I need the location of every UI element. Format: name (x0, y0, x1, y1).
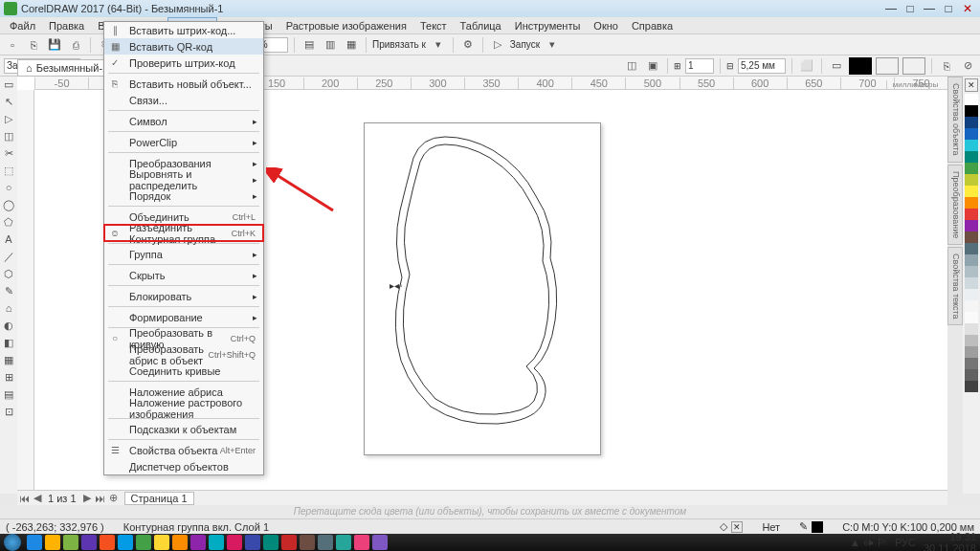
menu-инструменты[interactable]: Инструменты (509, 18, 587, 33)
docker-tab[interactable]: Преобразование (947, 165, 963, 245)
close-button[interactable]: ✕ (959, 2, 976, 15)
color-swatch[interactable] (965, 254, 978, 266)
first-page-icon[interactable]: ⏮ (17, 493, 31, 504)
color-swatch[interactable] (965, 300, 978, 312)
save-icon[interactable]: 💾 (46, 36, 63, 54)
doc-tab[interactable]: ⌂ Безымянный-1 (17, 59, 117, 77)
tool-button[interactable]: ／ (1, 249, 16, 264)
menu-item[interactable]: Выровнять и распределить (104, 171, 263, 187)
tool-button[interactable]: ⊞ (1, 369, 16, 385)
taskbar-app-icon[interactable] (154, 535, 169, 550)
color-swatch[interactable] (965, 151, 978, 163)
menu-item[interactable]: Подсказки к объектам (104, 421, 263, 437)
tool-button[interactable]: ⊡ (1, 404, 16, 419)
tool-button[interactable]: ▤ (1, 386, 16, 402)
docker-tab[interactable]: Свойства объекта (947, 77, 963, 163)
menu-item[interactable]: ⎊Разъединить Контурная группаCtrl+K (104, 225, 263, 241)
taskbar-app-icon[interactable] (190, 535, 206, 550)
snap-dropdown-icon[interactable]: ▾ (430, 36, 447, 54)
contour-outside-icon[interactable]: ▣ (644, 57, 661, 75)
align-center-icon[interactable]: ▥ (322, 36, 339, 54)
menu-файл[interactable]: Файл (4, 18, 41, 33)
offset-input[interactable] (738, 58, 786, 74)
new-icon[interactable]: ▫ (4, 36, 21, 54)
menu-окно[interactable]: Окно (588, 18, 624, 33)
fill-color-2-btn[interactable] (902, 57, 925, 75)
tool-button[interactable]: ▦ (1, 352, 16, 367)
color-swatch[interactable] (965, 117, 978, 128)
menu-item[interactable]: Группа (104, 246, 263, 262)
color-swatch[interactable] (965, 369, 978, 381)
color-swatch[interactable] (965, 335, 978, 346)
color-swatch[interactable] (965, 289, 978, 300)
menu-таблица[interactable]: Таблица (455, 18, 507, 33)
taskbar-app-icon[interactable] (136, 535, 151, 550)
tool-button[interactable]: ✂ (1, 145, 16, 161)
menu-item[interactable]: Блокировать (104, 288, 263, 304)
color-swatch[interactable] (965, 197, 978, 209)
launch-icon[interactable]: ▷ (489, 36, 506, 54)
taskbar-app-icon[interactable] (336, 535, 351, 550)
color-swatch[interactable] (965, 209, 978, 220)
clear-contour-icon[interactable]: ⊘ (959, 57, 976, 75)
taskbar-app-icon[interactable] (281, 535, 297, 550)
taskbar-app-icon[interactable] (27, 535, 42, 550)
color-swatch[interactable] (965, 163, 978, 174)
color-swatch[interactable] (965, 105, 978, 117)
tool-button[interactable]: ○ (1, 180, 16, 195)
color-swatch[interactable] (965, 381, 978, 392)
taskbar-app-icon[interactable] (263, 535, 278, 550)
color-swatch[interactable] (965, 140, 978, 151)
menu-item[interactable]: Связи... (104, 92, 263, 108)
color-swatch[interactable] (965, 243, 978, 254)
tray-lang[interactable]: РУС (895, 537, 916, 548)
tool-button[interactable]: ⌂ (1, 300, 16, 316)
taskbar-app-icon[interactable] (45, 535, 60, 550)
tool-button[interactable]: ↖ (1, 94, 16, 109)
menu-item[interactable]: Порядок (104, 187, 263, 204)
taskbar-app-icon[interactable] (354, 535, 369, 550)
prev-page-icon[interactable]: ◀ (31, 492, 44, 504)
open-icon[interactable]: ⎘ (25, 36, 42, 54)
menu-справка[interactable]: Справка (626, 18, 679, 33)
docker-tab[interactable]: Свойства текста (947, 247, 963, 326)
taskbar-app-icon[interactable] (318, 535, 333, 550)
tool-button[interactable]: ◫ (1, 128, 16, 143)
launch-dropdown-icon[interactable]: ▾ (544, 36, 561, 54)
align-right-icon[interactable]: ▦ (343, 36, 360, 54)
tool-button[interactable]: ⬠ (1, 214, 16, 230)
menu-item[interactable]: ∥Вставить штрих-код... (104, 22, 263, 38)
tool-button[interactable]: ⬚ (1, 163, 16, 178)
last-page-icon[interactable]: ⏭ (94, 493, 107, 504)
fill-color-btn[interactable] (876, 57, 899, 75)
menu-растровые изображения[interactable]: Растровые изображения (280, 18, 412, 33)
taskbar-app-icon[interactable] (100, 535, 115, 550)
menu-правка[interactable]: Правка (43, 18, 90, 33)
next-page-icon[interactable]: ▶ (80, 492, 94, 504)
color-swatch[interactable] (965, 231, 978, 243)
menu-item[interactable]: ⎘Вставить новый объект... (104, 76, 263, 92)
color-swatch[interactable] (965, 277, 978, 289)
color-swatch[interactable] (965, 94, 978, 105)
tool-button[interactable]: ◐ (1, 318, 16, 333)
print-icon[interactable]: ⎙ (67, 36, 84, 54)
maximize-button[interactable]: □ (940, 2, 957, 15)
corner-icon[interactable]: ⬜ (798, 57, 815, 75)
taskbar-app-icon[interactable] (209, 535, 224, 550)
taskbar-app-icon[interactable] (245, 535, 260, 550)
no-color-swatch[interactable]: ✕ (965, 78, 978, 92)
color-swatch[interactable] (965, 220, 978, 231)
steps-input[interactable] (685, 58, 714, 74)
color-swatch[interactable] (965, 346, 978, 358)
tool-button[interactable]: ◯ (1, 197, 16, 212)
color-swatch[interactable] (965, 312, 978, 323)
menu-item[interactable]: Соединить кривые (104, 363, 263, 379)
tool-button[interactable]: ▷ (1, 111, 16, 126)
minimize-button[interactable]: — (882, 2, 900, 15)
tray-icons[interactable]: ▲ 🕪 🏳 (850, 537, 887, 548)
options-icon[interactable]: ⚙ (459, 36, 477, 54)
taskbar-app-icon[interactable] (118, 535, 133, 550)
color-swatch[interactable] (965, 186, 978, 197)
menu-текст[interactable]: Текст (414, 18, 453, 33)
taskbar-app-icon[interactable] (63, 535, 78, 550)
